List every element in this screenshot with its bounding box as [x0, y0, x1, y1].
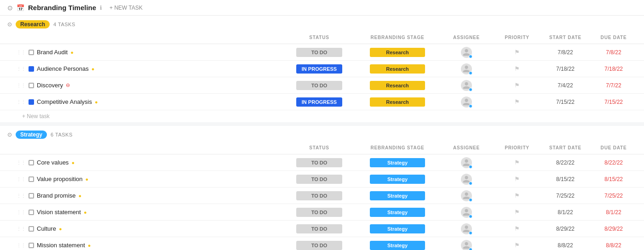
task-status-icon: ●	[59, 226, 62, 232]
task-checkbox[interactable]	[29, 160, 34, 165]
status-badge: TO DO	[296, 175, 342, 184]
start-date: 7/18/22	[556, 66, 575, 72]
calendar-icon: 📅	[17, 4, 24, 11]
task-name[interactable]: Audience Personas	[37, 65, 89, 72]
task-name[interactable]: Mission statement	[37, 242, 85, 249]
task-name[interactable]: Discovery	[37, 82, 63, 89]
avatar[interactable]	[461, 80, 472, 91]
research-table-header: STATUS REBRANDING STAGE ASSIGNEE PRIORIT…	[0, 31, 644, 44]
flag-icon[interactable]: ⚑	[514, 176, 520, 182]
new-task-button[interactable]: + NEW TASK	[109, 5, 143, 11]
task-name[interactable]: Competitive Analysis	[37, 98, 92, 105]
research-task-count: 4 TASKS	[53, 22, 75, 27]
priority-cell: ⚑	[494, 192, 540, 199]
task-name[interactable]: Vision statement	[37, 209, 81, 216]
drag-handle[interactable]: ⋮⋮	[17, 226, 26, 231]
task-name[interactable]: Brand Audit	[37, 49, 68, 56]
drag-handle[interactable]: ⋮⋮	[17, 193, 26, 198]
main-page: ⊙ 📅 Rebranding Timeline ℹ + NEW TASK ⊙ R…	[0, 0, 644, 250]
task-name[interactable]: Core values	[37, 159, 69, 166]
drag-handle[interactable]: ⋮⋮	[17, 243, 26, 248]
task-checkbox[interactable]	[29, 193, 34, 199]
task-name[interactable]: Value proposition	[37, 176, 83, 182]
drag-handle[interactable]: ⋮⋮	[17, 210, 26, 215]
flag-icon[interactable]: ⚑	[514, 49, 520, 56]
due-date-cell: 7/18/22	[591, 66, 637, 72]
start-date-cell: 8/29/22	[540, 226, 591, 232]
status-cell: IN PROGRESS	[282, 97, 356, 107]
assignee-cell	[439, 97, 494, 108]
research-section-header: ⊙ Research 4 TASKS	[0, 16, 644, 31]
avatar[interactable]	[461, 157, 472, 168]
flag-icon[interactable]: ⚑	[514, 192, 520, 199]
due-date-cell: 8/22/22	[591, 159, 637, 166]
strategy-badge: Strategy	[16, 131, 47, 139]
table-row: ⋮⋮ Vision statement ● TO DO Strategy ⚑ 8…	[0, 204, 644, 221]
task-checkbox[interactable]	[29, 226, 34, 232]
task-name-cell: ⋮⋮ Culture ●	[17, 222, 282, 235]
start-date-cell: 8/1/22	[540, 209, 591, 216]
avatar[interactable]	[461, 47, 472, 58]
task-checkbox[interactable]	[29, 83, 34, 88]
flag-icon[interactable]: ⚑	[514, 242, 520, 249]
stage-cell: Strategy	[356, 191, 439, 200]
col-priority: PRIORITY	[494, 33, 540, 42]
strategy-collapse-chevron[interactable]: ⊙	[7, 131, 12, 138]
status-badge: TO DO	[296, 48, 342, 57]
task-checkbox[interactable]	[29, 99, 34, 105]
avatar-dot	[469, 55, 472, 58]
drag-handle[interactable]: ⋮⋮	[17, 83, 26, 88]
drag-handle[interactable]: ⋮⋮	[17, 176, 26, 182]
avatar[interactable]	[461, 190, 472, 201]
task-checkbox[interactable]	[29, 210, 34, 215]
status-cell: TO DO	[282, 175, 356, 184]
chevron-down-icon[interactable]: ⊙	[7, 4, 13, 11]
flag-icon[interactable]: ⚑	[514, 82, 520, 89]
assignee-cell	[439, 157, 494, 168]
strategy-section-header: ⊙ Strategy 6 TASKS	[0, 126, 644, 142]
status-badge: TO DO	[296, 81, 342, 90]
task-checkbox[interactable]	[29, 243, 34, 248]
avatar-dot	[469, 182, 472, 185]
task-name[interactable]: Brand promise	[37, 192, 76, 199]
col-start: START DATE	[540, 143, 591, 152]
avatar-dot	[469, 248, 472, 250]
due-date: 8/29/22	[604, 226, 623, 232]
strategy-task-count: 6 TASKS	[51, 132, 73, 137]
task-name-cell: ⋮⋮ Audience Personas ●	[17, 62, 282, 75]
status-badge: TO DO	[296, 208, 342, 217]
task-name[interactable]: Culture	[37, 225, 56, 232]
avatar[interactable]	[461, 223, 472, 234]
task-checkbox[interactable]	[29, 66, 34, 72]
task-checkbox[interactable]	[29, 176, 34, 182]
task-status-icon: ●	[95, 99, 98, 105]
drag-handle[interactable]: ⋮⋮	[17, 99, 26, 104]
avatar[interactable]	[461, 97, 472, 108]
avatar-dot	[469, 215, 472, 218]
avatar[interactable]	[461, 63, 472, 74]
avatar[interactable]	[461, 207, 472, 218]
flag-icon[interactable]: ⚑	[514, 209, 520, 216]
avatar[interactable]	[461, 174, 472, 185]
col-name	[17, 33, 282, 42]
start-date-cell: 7/25/22	[540, 193, 591, 199]
stage-cell: Research	[356, 97, 439, 107]
start-date: 8/15/22	[556, 176, 575, 182]
drag-handle[interactable]: ⋮⋮	[17, 66, 26, 71]
page-title: Rebranding Timeline	[28, 4, 96, 11]
drag-handle[interactable]: ⋮⋮	[17, 160, 26, 165]
avatar[interactable]	[461, 240, 472, 250]
start-date: 8/1/22	[558, 209, 573, 216]
flag-icon[interactable]: ⚑	[514, 98, 520, 105]
research-collapse-chevron[interactable]: ⊙	[7, 21, 12, 28]
flag-icon[interactable]: ⚑	[514, 65, 520, 72]
flag-icon[interactable]: ⚑	[514, 159, 520, 166]
start-date: 7/15/22	[556, 99, 575, 105]
stage-cell: Research	[356, 64, 439, 74]
due-date: 8/8/22	[606, 242, 621, 249]
task-checkbox[interactable]	[29, 50, 34, 55]
flag-icon[interactable]: ⚑	[514, 225, 520, 232]
research-new-task-row[interactable]: + New task	[0, 110, 644, 122]
drag-handle[interactable]: ⋮⋮	[17, 50, 26, 55]
info-icon[interactable]: ℹ	[100, 5, 102, 11]
